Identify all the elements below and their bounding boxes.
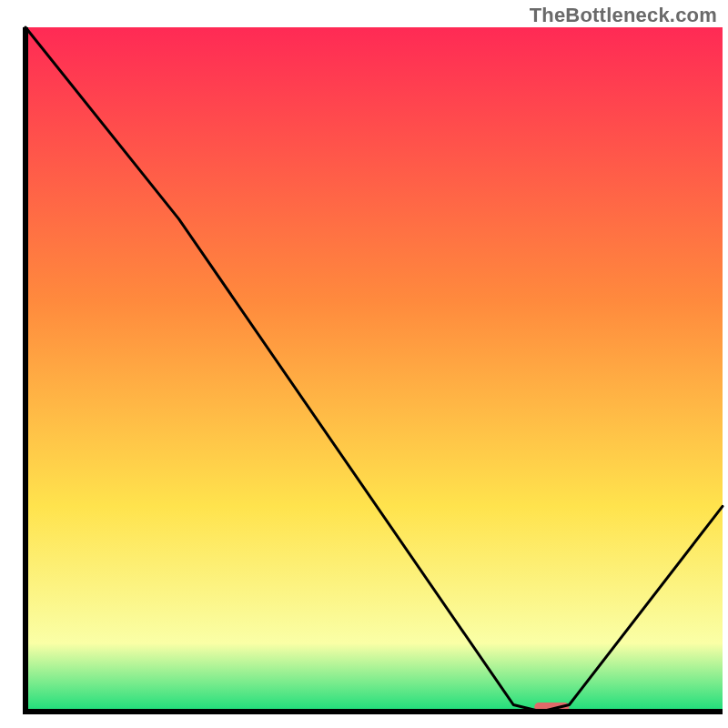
watermark-text: TheBottleneck.com <box>530 4 717 27</box>
plot-background <box>25 27 723 712</box>
bottleneck-chart <box>0 0 728 728</box>
